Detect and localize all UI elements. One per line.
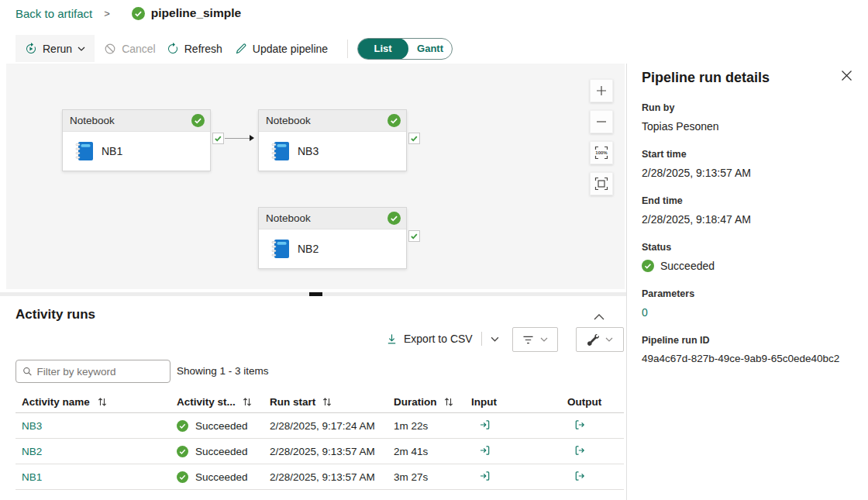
refresh-label: Refresh bbox=[184, 43, 222, 55]
field-value: 2/28/2025, 9:18:47 AM bbox=[642, 213, 852, 226]
view-toggle-list[interactable]: List bbox=[357, 38, 408, 60]
activity-name-link[interactable]: NB3 bbox=[22, 420, 42, 432]
field-label: Status bbox=[642, 242, 852, 253]
svg-text:100%: 100% bbox=[595, 150, 608, 155]
nb1-output-checkbox[interactable] bbox=[212, 133, 224, 144]
close-panel-button[interactable] bbox=[841, 70, 852, 84]
view-toggle-gantt[interactable]: Gantt bbox=[408, 39, 452, 59]
breadcrumb: Back to artifact > pipeline_simple bbox=[16, 5, 241, 22]
success-check-icon bbox=[177, 471, 188, 483]
node-body: NB3 bbox=[259, 132, 406, 171]
keyword-filter-input[interactable] bbox=[37, 366, 164, 378]
duration-text: 1m 22s bbox=[394, 420, 428, 432]
field-label: Parameters bbox=[642, 288, 852, 299]
keyword-filter-box bbox=[16, 360, 170, 383]
activity-name-link[interactable]: NB2 bbox=[22, 446, 42, 457]
nb3-output-checkbox[interactable] bbox=[408, 133, 420, 144]
activity-name-link[interactable]: NB1 bbox=[22, 471, 42, 483]
col-activity-name: Activity name bbox=[22, 396, 90, 408]
fit-to-screen-button[interactable] bbox=[590, 172, 613, 195]
pipeline-node-nb1[interactable]: Notebook NB1 bbox=[62, 109, 211, 171]
field-value: Succeeded bbox=[642, 260, 852, 272]
export-to-csv-button[interactable]: Export to CSV bbox=[386, 332, 499, 346]
sort-icon[interactable] bbox=[322, 397, 332, 407]
chevron-down-icon[interactable] bbox=[491, 336, 499, 342]
field-status: Status Succeeded bbox=[642, 242, 852, 272]
pipeline-run-details-panel: Pipeline run details Run by Topias Peson… bbox=[627, 64, 868, 500]
pipeline-node-nb3[interactable]: Notebook NB3 bbox=[258, 109, 407, 171]
rerun-button[interactable]: Rerun bbox=[16, 35, 95, 62]
success-check-icon bbox=[642, 260, 654, 272]
refresh-button[interactable]: Refresh bbox=[167, 35, 222, 62]
notebook-icon bbox=[73, 140, 95, 162]
duration-text: 2m 41s bbox=[394, 446, 428, 457]
node-success-icon bbox=[191, 114, 205, 127]
back-to-artifact-link[interactable]: Back to artifact bbox=[16, 7, 92, 20]
run-start-text: 2/28/2025, 9:13:57 AM bbox=[270, 471, 375, 483]
input-icon[interactable] bbox=[479, 444, 491, 457]
chevron-down-icon bbox=[78, 47, 85, 51]
canvas-hscrollbar-thumb[interactable] bbox=[309, 292, 322, 296]
table-header-row: Activity name Activity st... Run start D… bbox=[16, 391, 624, 413]
field-label: Start time bbox=[642, 149, 852, 160]
field-end-time: End time 2/28/2025, 9:18:47 AM bbox=[642, 195, 852, 226]
input-icon[interactable] bbox=[479, 470, 491, 482]
cancel-icon bbox=[104, 43, 116, 55]
chevron-down-icon bbox=[540, 337, 548, 342]
field-value[interactable]: 0 bbox=[642, 306, 852, 319]
nb2-output-checkbox[interactable] bbox=[408, 230, 420, 242]
output-icon[interactable] bbox=[574, 419, 586, 431]
table-row[interactable]: NB2 Succeeded 2/28/2025, 9:13:57 AM 2m 4… bbox=[16, 439, 624, 464]
pipeline-name: pipeline_simple bbox=[151, 6, 241, 20]
filter-icon bbox=[522, 335, 534, 345]
cancel-button[interactable]: Cancel bbox=[104, 35, 156, 62]
sort-icon[interactable] bbox=[98, 397, 107, 407]
wrench-icon bbox=[587, 334, 599, 346]
node-body: NB2 bbox=[259, 229, 406, 268]
filter-button[interactable] bbox=[512, 327, 558, 352]
node-header: Notebook bbox=[259, 208, 406, 229]
pipeline-canvas[interactable]: Notebook NB1 Noteb bbox=[6, 64, 625, 289]
breadcrumb-separator: > bbox=[104, 8, 110, 19]
view-toggle: List Gantt bbox=[357, 38, 453, 60]
table-row[interactable]: NB3 Succeeded 2/28/2025, 9:17:24 AM 1m 2… bbox=[16, 413, 624, 439]
update-pipeline-button[interactable]: Update pipeline bbox=[235, 35, 328, 62]
toolbar-separator bbox=[347, 40, 348, 58]
table-row[interactable]: NB1 Succeeded 2/28/2025, 9:13:57 AM 3m 2… bbox=[16, 464, 624, 490]
collapse-section-button[interactable] bbox=[594, 309, 604, 323]
edit-pencil-icon bbox=[235, 43, 247, 55]
zoom-100-button[interactable]: 100% bbox=[590, 141, 613, 164]
status-text: Succeeded bbox=[195, 446, 248, 457]
zoom-in-button[interactable] bbox=[590, 79, 613, 102]
export-separator bbox=[481, 332, 482, 346]
panel-title: Pipeline run details bbox=[642, 70, 852, 86]
field-run-by: Run by Topias Pesonen bbox=[642, 102, 852, 133]
chevron-up-icon bbox=[594, 314, 604, 320]
node-type-label: Notebook bbox=[266, 212, 311, 224]
sort-icon[interactable] bbox=[243, 397, 252, 407]
rerun-label: Rerun bbox=[43, 43, 72, 55]
toolbar: Rerun Cancel Refresh Update pipeline Lis… bbox=[16, 35, 453, 62]
col-input: Input bbox=[471, 396, 497, 408]
node-type-label: Notebook bbox=[266, 115, 311, 126]
status-text: Succeeded bbox=[195, 471, 248, 483]
rerun-icon bbox=[25, 43, 37, 55]
node-name-label: NB3 bbox=[298, 145, 319, 157]
pipeline-title: pipeline_simple bbox=[132, 6, 241, 20]
field-parameters: Parameters 0 bbox=[642, 288, 852, 319]
field-value: 2/28/2025, 9:13:57 AM bbox=[642, 167, 852, 179]
node-name-label: NB2 bbox=[298, 243, 319, 255]
node-success-icon bbox=[388, 212, 401, 225]
input-icon[interactable] bbox=[479, 419, 491, 431]
sort-icon[interactable] bbox=[444, 397, 453, 407]
zoom-out-button[interactable] bbox=[590, 110, 613, 133]
notebook-icon bbox=[269, 140, 291, 162]
output-icon[interactable] bbox=[574, 444, 586, 457]
output-icon[interactable] bbox=[574, 470, 586, 482]
success-check-icon bbox=[177, 446, 188, 457]
status-text: Succeeded bbox=[660, 260, 715, 272]
pipeline-run-page: Back to artifact > pipeline_simple Rerun… bbox=[0, 0, 868, 500]
field-value: Topias Pesonen bbox=[642, 120, 852, 133]
pipeline-node-nb2[interactable]: Notebook NB2 bbox=[258, 207, 407, 269]
settings-wrench-button[interactable] bbox=[576, 327, 624, 352]
